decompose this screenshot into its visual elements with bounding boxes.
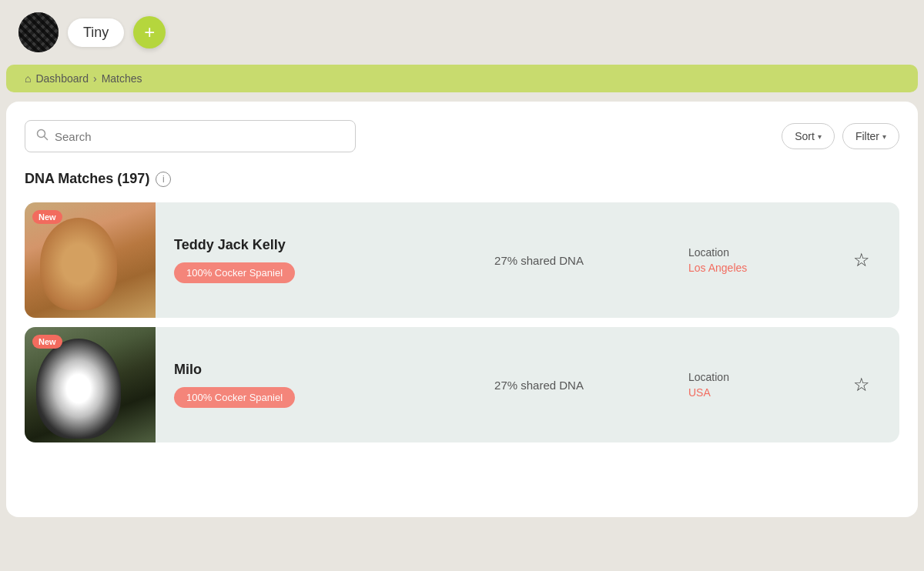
star-icon-2: ☆ — [853, 374, 870, 396]
filter-label: Filter — [855, 130, 879, 142]
match-name-breed-1: Teddy Jack Kelly 100% Cocker Spaniel — [174, 237, 390, 283]
location-value-1: Los Angeles — [688, 262, 842, 274]
main-content: Sort ▾ Filter ▾ DNA Matches (197) i New … — [6, 102, 918, 517]
filter-button[interactable]: Filter ▾ — [842, 123, 899, 149]
location-label-1: Location — [688, 246, 842, 259]
filter-chevron: ▾ — [882, 132, 886, 141]
match-info-1: Teddy Jack Kelly 100% Cocker Spaniel 27%… — [156, 223, 899, 297]
match-location-1: Location Los Angeles — [688, 246, 842, 274]
star-icon-1: ☆ — [853, 249, 870, 271]
header: Tiny + — [0, 0, 924, 65]
add-pet-button[interactable]: + — [133, 16, 166, 48]
avatar — [18, 12, 59, 52]
filter-sort-row: Sort ▾ Filter ▾ — [782, 123, 899, 149]
home-icon: ⌂ — [25, 72, 31, 85]
match-dna-2: 27% shared DNA — [390, 379, 688, 392]
breed-badge-1: 100% Cocker Spaniel — [174, 262, 295, 283]
favorite-button-1[interactable]: ☆ — [842, 249, 881, 271]
breadcrumb-home[interactable]: Dashboard — [35, 72, 89, 85]
matches-heading-text: DNA Matches (197) — [25, 171, 149, 187]
match-image-wrap-1: New — [25, 202, 156, 318]
breadcrumb-bar: ⌂ Dashboard › Matches — [6, 65, 918, 92]
match-name-breed-2: Milo 100% Cocker Spaniel — [174, 362, 390, 408]
pet-name-label: Tiny — [83, 25, 109, 40]
matches-heading: DNA Matches (197) i — [25, 171, 899, 187]
svg-line-1 — [45, 137, 48, 140]
location-label-2: Location — [688, 371, 842, 383]
sort-label: Sort — [795, 130, 815, 142]
match-name-2: Milo — [174, 362, 390, 378]
add-button-label: + — [144, 22, 155, 43]
favorite-button-2[interactable]: ☆ — [842, 374, 881, 396]
new-badge-2: New — [32, 335, 62, 349]
match-image-wrap-2: New — [25, 327, 156, 442]
match-card-2[interactable]: New Milo 100% Cocker Spaniel 27% shared … — [25, 327, 899, 442]
search-input-wrap — [25, 120, 356, 152]
new-badge-1: New — [32, 210, 62, 224]
match-card-1[interactable]: New Teddy Jack Kelly 100% Cocker Spaniel… — [25, 202, 899, 318]
info-icon[interactable]: i — [156, 172, 171, 187]
match-info-2: Milo 100% Cocker Spaniel 27% shared DNA … — [156, 348, 899, 422]
match-location-2: Location USA — [688, 371, 842, 399]
sort-button[interactable]: Sort ▾ — [782, 123, 835, 149]
pet-name-tab[interactable]: Tiny — [68, 18, 124, 47]
location-value-2: USA — [688, 386, 842, 399]
breadcrumb-current: Matches — [102, 72, 142, 85]
breed-badge-2: 100% Cocker Spaniel — [174, 387, 295, 408]
search-input[interactable] — [55, 130, 344, 143]
match-dna-1: 27% shared DNA — [390, 254, 688, 267]
search-icon — [36, 129, 49, 144]
match-name-1: Teddy Jack Kelly — [174, 237, 390, 253]
breadcrumb-separator: › — [93, 72, 97, 85]
search-row: Sort ▾ Filter ▾ — [25, 120, 899, 152]
sort-chevron: ▾ — [818, 132, 822, 141]
